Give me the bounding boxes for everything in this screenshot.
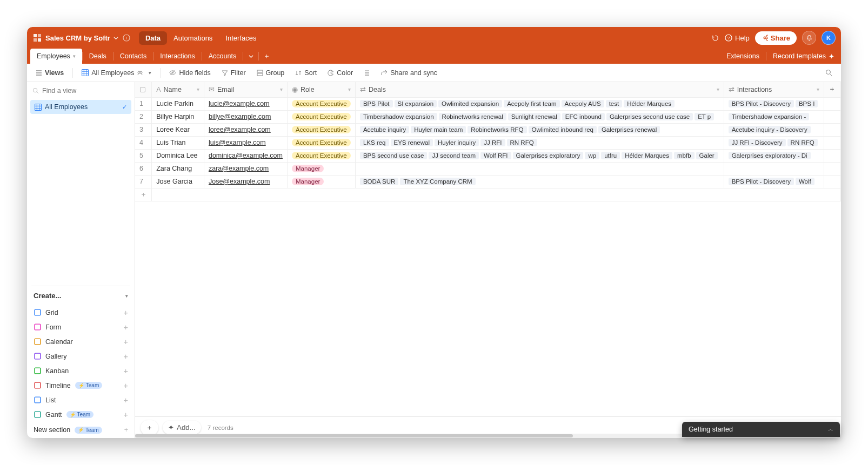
extensions-link[interactable]: Extensions [720,49,766,64]
add-table-button[interactable]: ＋ [259,49,274,64]
cell-interactions[interactable]: Galerprises exploratory - Di [724,149,824,162]
search-button[interactable] [821,67,837,78]
cell-interactions[interactable]: BPS Pilot - DiscoveryWolf [724,175,824,188]
cell-deals[interactable]: Timbershadow expansionRobinetworks renew… [355,110,724,123]
table-row[interactable]: 7Jose GarciaJose@example.comManagerBODA … [135,175,841,188]
row-height-button[interactable] [359,68,375,78]
cell-name[interactable]: Billye Harpin [152,110,204,123]
row-number[interactable]: 2 [135,110,152,123]
table-row[interactable]: 1Lucie Parkinlucie@example.comAccount Ex… [135,97,841,110]
record-templates-link[interactable]: Record templates ✦ [766,49,841,64]
info-icon[interactable]: i [123,34,130,42]
linked-record-pill[interactable]: BPS second use case [360,152,428,159]
add-ai-button[interactable]: ✦ Add... [163,421,201,434]
tab-deals[interactable]: Deals [83,49,113,64]
cell-name[interactable]: Jose Garcia [152,175,204,188]
linked-record-pill[interactable]: Huyler main team [411,126,466,133]
linked-record-pill[interactable]: test [606,100,623,107]
create-timeline-view[interactable]: TimelineTeam+ [27,378,135,393]
create-list-view[interactable]: List+ [27,393,135,407]
cell-deals[interactable] [355,162,724,175]
linked-record-pill[interactable]: BODA SUR [360,178,398,185]
nav-automations[interactable]: Automations [167,31,219,45]
linked-record-pill[interactable]: JJ second team [429,152,479,159]
chevron-down-icon[interactable]: ▾ [280,86,283,92]
cell-email[interactable]: zara@example.com [204,162,287,175]
linked-record-pill[interactable]: JJ RFI [480,139,505,146]
tab-interactions[interactable]: Interactions [153,49,202,64]
cell-email[interactable]: loree@example.com [204,123,287,136]
cell-deals[interactable]: BPS second use caseJJ second teamWolf RF… [355,149,724,162]
cell-name[interactable]: Zara Chang [152,162,204,175]
create-view-header[interactable]: Create... ▾ [27,286,135,305]
cell-interactions[interactable]: Acetube inquiry - Discovery [724,123,824,136]
add-field-button[interactable]: ＋ [824,82,841,97]
cell-interactions[interactable]: JJ RFI - DiscoveryRN RFQ [724,136,824,149]
cell-email[interactable]: billye@example.com [204,110,287,123]
chevron-down-icon[interactable] [113,36,118,41]
notifications-button[interactable] [802,31,816,45]
cell-interactions[interactable]: BPS Pilot - DiscoveryBPS I [724,97,824,110]
linked-record-pill[interactable]: Galerprises exploratory - Di [729,152,811,159]
linked-record-pill[interactable]: Timbershadow expansion - [729,113,810,120]
linked-record-pill[interactable]: Acetube inquiry [360,126,409,133]
linked-record-pill[interactable]: Owlimited expansion [438,100,502,107]
views-toggle[interactable]: Views [31,67,68,79]
cell-email[interactable]: Jose@example.com [204,175,287,188]
row-number[interactable]: 6 [135,162,152,175]
cell-role[interactable]: Account Executive [288,136,356,149]
view-all-employees[interactable]: All Employees ✓ [30,100,131,114]
create-form-view[interactable]: Form+ [27,320,135,334]
linked-record-pill[interactable]: Acetube inquiry - Discovery [729,126,811,133]
help-link[interactable]: ? Help [725,34,750,42]
nav-data[interactable]: Data [139,31,167,45]
group-button[interactable]: Group [252,67,289,79]
cell-deals[interactable]: BPS PilotSI expansionOwlimited expansion… [355,97,724,110]
linked-record-pill[interactable]: BPS Pilot - Discovery [729,178,794,185]
base-title[interactable]: Sales CRM by Softr [45,34,110,42]
linked-record-pill[interactable]: Galerprises exploratory [513,152,584,159]
column-header-email[interactable]: ✉Email▾ [204,82,287,97]
cell-email[interactable]: luis@example.com [204,136,287,149]
row-number[interactable]: 4 [135,136,152,149]
share-button[interactable]: Share [755,31,797,45]
column-header-deals[interactable]: ⇄Deals▾ [355,82,724,97]
cell-name[interactable]: Loree Kear [152,123,204,136]
linked-record-pill[interactable]: Owlimited inbound req [529,126,597,133]
tab-employees[interactable]: Employees ▾ [30,49,82,64]
row-number[interactable]: 3 [135,123,152,136]
cell-deals[interactable]: BODA SURThe XYZ Company CRM [355,175,724,188]
cell-interactions[interactable] [724,162,824,175]
cell-deals[interactable]: Acetube inquiryHuyler main teamRobinetwo… [355,123,724,136]
cell-role[interactable]: Account Executive [288,123,356,136]
chevron-down-icon[interactable]: ▾ [73,53,76,59]
linked-record-pill[interactable]: SI expansion [395,100,437,107]
chevron-down-icon[interactable]: ▾ [817,86,819,92]
create-calendar-view[interactable]: Calendar+ [27,334,135,349]
linked-record-pill[interactable]: Robinetworks renewal [439,113,506,120]
column-header-role[interactable]: ◉Role▾ [288,82,356,97]
cell-email[interactable]: lucie@example.com [204,97,287,110]
view-switcher[interactable]: All Employees ▾ [77,67,156,79]
linked-record-pill[interactable]: RN RFQ [787,139,818,146]
linked-record-pill[interactable]: ET p [695,113,714,120]
linked-record-pill[interactable]: EFC inbound [562,113,605,120]
linked-record-pill[interactable]: utfru [601,152,620,159]
add-record-button[interactable]: ＋ [135,188,152,201]
color-button[interactable]: Color [323,67,357,79]
table-row[interactable]: 6Zara Changzara@example.comManager [135,162,841,175]
share-sync-button[interactable]: Share and sync [377,67,442,79]
linked-record-pill[interactable]: Galerprises renewal [598,126,660,133]
cell-role[interactable]: Account Executive [288,149,356,162]
table-row[interactable]: 3Loree Kearloree@example.comAccount Exec… [135,123,841,136]
linked-record-pill[interactable]: RN RFQ [507,139,537,146]
hide-fields-button[interactable]: Hide fields [165,67,215,79]
history-icon[interactable] [711,34,719,42]
linked-record-pill[interactable]: Wolf [796,178,814,185]
chevron-down-icon[interactable]: ▾ [197,86,199,92]
new-section-button[interactable]: New section Team + [27,422,135,438]
tab-more-button[interactable] [243,49,258,64]
column-header-interactions[interactable]: ⇄Interactions▾ [724,82,824,97]
cell-email[interactable]: dominica@example.com [204,149,287,162]
linked-record-pill[interactable]: LKS req [360,139,389,146]
